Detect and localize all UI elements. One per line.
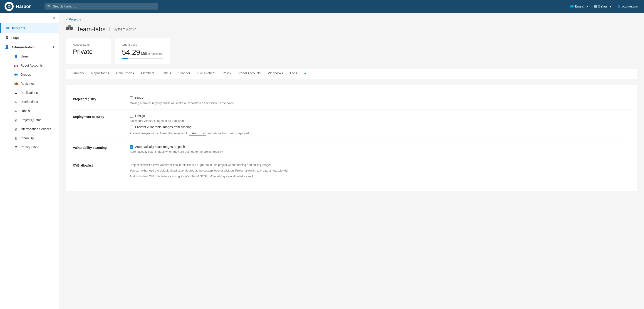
quota-suffix: of unlimited	[148, 52, 163, 56]
projects-icon: ⊞	[5, 26, 10, 30]
sidebar-item-replications[interactable]: ☁ Replications	[4, 88, 59, 97]
cve-desc-line-2: You can either use the default allowlist…	[130, 168, 630, 173]
tab-robot-accounts[interactable]: Robot Accounts	[235, 69, 264, 79]
globe-icon: 🌐	[570, 5, 574, 8]
sidebar-item-distributions[interactable]: 🏷 Distributions	[4, 97, 59, 106]
sidebar-section-administration[interactable]: 👤 Administration ▾	[0, 42, 59, 52]
sidebar-label-project-quotas: Project Quotas	[20, 118, 42, 122]
config-label-vulnerability-scanning: Vulnerability scanning	[73, 145, 123, 150]
sidebar-item-groups[interactable]: 👥 Groups	[4, 70, 59, 79]
checkbox-public[interactable]	[130, 96, 133, 100]
search-icon: 🔍	[47, 5, 51, 8]
groups-icon: 👥	[14, 73, 18, 76]
checkbox-row-auto-scan: Automatically scan images on push	[130, 145, 630, 149]
collapse-icon: «	[53, 16, 55, 20]
sidebar: « ⊞ Projects ☰ Logs 👤 Administration ▾ 👤…	[0, 13, 59, 309]
sidebar-collapse-btn[interactable]: «	[0, 13, 59, 23]
desc-vulnerability-scanning: Automatically scan images when they are …	[130, 150, 630, 153]
severity-select[interactable]: Low Medium High Critical	[189, 131, 206, 136]
sidebar-sub-administration: 👤 Users 🤖 Robot Accounts 👥 Groups 📦 Regi…	[0, 52, 59, 152]
desc-project-registry: Making a project registry public will ma…	[130, 101, 630, 105]
sidebar-label-configuration: Configuration	[20, 145, 39, 149]
topnav: Harbor 🔍 Search Harbor... 🌐 English ▾ ▦ …	[0, 0, 644, 13]
theme-selector[interactable]: ▦ Default ▾	[594, 5, 611, 8]
user-menu[interactable]: 👤 otomi-admin	[617, 5, 640, 8]
sidebar-item-projects[interactable]: ⊞ Projects	[0, 23, 59, 33]
tab-labels[interactable]: Labels	[158, 69, 174, 79]
sidebar-label-groups: Groups	[20, 73, 31, 76]
main-content: < Projects team-labs System Admin Access…	[59, 13, 644, 309]
tab-webhooks[interactable]: Webhooks	[264, 69, 286, 79]
logo-icon	[4, 2, 14, 11]
checkbox-prevent-vulnerable[interactable]	[130, 125, 133, 129]
sidebar-item-logs[interactable]: ☰ Logs	[0, 33, 59, 42]
checkbox-cosign[interactable]	[130, 114, 133, 118]
tab-p2p-preheat[interactable]: P2P Preheat	[194, 69, 219, 79]
tab-policy[interactable]: Policy	[219, 69, 234, 79]
user-label: otomi-admin	[622, 5, 640, 8]
config-controls-cve-allowlist: Project allowlist allows vulnerabilities…	[130, 163, 630, 179]
cve-desc-line-1: Project allowlist allows vulnerabilities…	[130, 163, 630, 167]
config-label-project-registry: Project registry	[73, 96, 123, 101]
checkbox-auto-scan[interactable]	[130, 145, 133, 149]
severity-prefix: Prevent images with vulnerability severi…	[130, 132, 187, 135]
sidebar-item-interrogation-services[interactable]: ◎ Interrogation Services	[4, 125, 59, 134]
quota-bar-fill	[122, 58, 128, 59]
checkbox-row-prevent-vulnerable: Prevent vulnerable images from running.	[130, 125, 630, 129]
project-icon	[66, 25, 74, 34]
svg-rect-4	[68, 25, 71, 28]
distributions-icon: 🏷	[14, 100, 18, 104]
desc-cosign: Allow only verified images to be deploye…	[130, 119, 630, 122]
cve-desc-line-3: Add individual CVE IDs before clicking '…	[130, 174, 630, 179]
checkbox-label-cosign[interactable]: Cosign	[135, 114, 145, 118]
svg-point-1	[8, 6, 10, 7]
sidebar-label-labels: Labels	[20, 109, 30, 113]
logs-icon: ☰	[4, 36, 9, 40]
tab-more[interactable]: ···	[301, 69, 308, 79]
cleanup-icon: 🗑	[14, 136, 18, 140]
logo-text: Harbor	[16, 4, 31, 9]
sidebar-item-robot-accounts[interactable]: 🤖 Robot Accounts	[4, 61, 59, 70]
quota-value: 54.29	[122, 48, 140, 57]
sidebar-item-labels[interactable]: 🏷 Labels	[4, 106, 59, 115]
tab-members[interactable]: Members	[138, 69, 158, 79]
checkbox-label-prevent-vulnerable[interactable]: Prevent vulnerable images from running.	[135, 125, 192, 129]
tab-repositories[interactable]: Repositories	[88, 69, 113, 79]
administration-label: Administration	[11, 45, 36, 49]
nav-right: 🌐 English ▾ ▦ Default ▾ 👤 otomi-admin	[570, 5, 640, 8]
sidebar-item-clean-up[interactable]: 🗑 Clean Up	[4, 134, 59, 143]
calendar-icon: ▦	[594, 5, 597, 8]
config-row-project-registry: Project registry Public Making a project…	[73, 92, 630, 110]
sidebar-item-registries[interactable]: 📦 Registries	[4, 79, 59, 88]
sidebar-label-registries: Registries	[20, 82, 34, 85]
tab-scanner[interactable]: Scanner	[174, 69, 194, 79]
config-row-cve-allowlist: CVE allowlist Project allowlist allows v…	[73, 158, 630, 184]
sidebar-item-users[interactable]: 👤 Users	[4, 52, 59, 61]
sidebar-label-distributions: Distributions	[20, 100, 38, 104]
sidebar-label-logs: Logs	[11, 36, 19, 40]
info-cards: Access Level Private Quota used 54.29 Mi…	[66, 38, 637, 64]
checkbox-label-public[interactable]: Public	[135, 96, 144, 100]
tab-helm-charts[interactable]: Helm Charts	[113, 69, 138, 79]
sidebar-item-project-quotas[interactable]: ◎ Project Quotas	[4, 115, 59, 125]
checkbox-label-auto-scan[interactable]: Automatically scan images on push	[135, 145, 185, 149]
config-controls-project-registry: Public Making a project registry public …	[130, 96, 630, 105]
users-icon: 👤	[14, 55, 18, 58]
language-selector[interactable]: 🌐 English ▾	[570, 5, 588, 8]
access-level-value: Private	[73, 48, 104, 56]
search-bar[interactable]: 🔍 Search Harbor...	[44, 3, 158, 10]
config-label-cve-allowlist: CVE allowlist	[73, 163, 123, 167]
access-level-card: Access Level Private	[66, 38, 111, 64]
language-label: English	[575, 5, 586, 8]
sidebar-item-configuration[interactable]: ⚙ Configuration	[4, 143, 59, 152]
tab-logs[interactable]: Logs	[286, 69, 301, 79]
tab-summary[interactable]: Summary	[67, 69, 88, 79]
breadcrumb[interactable]: < Projects	[66, 17, 637, 21]
sidebar-label-projects: Projects	[12, 26, 26, 30]
language-chevron-icon: ▾	[587, 5, 588, 8]
config-panel: Project registry Public Making a project…	[66, 85, 637, 191]
quota-label: Quota used	[122, 43, 163, 46]
quotas-icon: ◎	[14, 118, 18, 122]
config-row-deployment-security: Deployment security Cosign Allow only ve…	[73, 110, 630, 140]
logo-area[interactable]: Harbor	[4, 2, 41, 11]
